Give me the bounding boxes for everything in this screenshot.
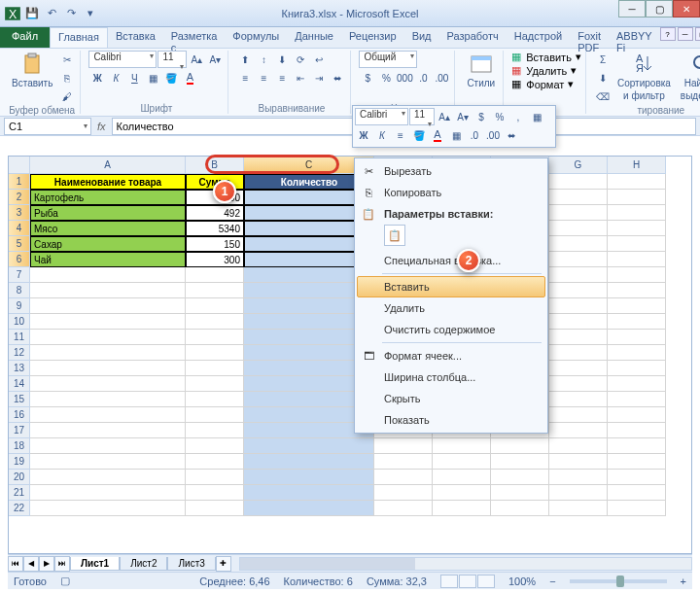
copy-icon[interactable]: ⎘ — [58, 69, 76, 87]
cell-A4[interactable]: Мясо — [30, 221, 186, 236]
cell-G11[interactable] — [549, 330, 608, 345]
cm-insert[interactable]: Вставить — [357, 276, 545, 297]
cell-F19[interactable] — [491, 454, 549, 470]
cell-G15[interactable] — [549, 392, 608, 407]
new-sheet-icon[interactable]: ✚ — [216, 556, 231, 572]
mt-fontcolor-icon[interactable]: A — [429, 126, 446, 144]
redo-icon[interactable]: ↷ — [62, 5, 80, 22]
cell-H4[interactable] — [608, 221, 666, 236]
row-header-1[interactable]: 1 — [9, 174, 30, 190]
zoom-percent[interactable]: 100% — [508, 576, 536, 587]
grow-font-icon[interactable]: A▴ — [188, 51, 205, 68]
cell-F22[interactable] — [491, 501, 549, 516]
merge-icon[interactable]: ⬌ — [329, 69, 346, 87]
orientation-icon[interactable]: ⟳ — [292, 51, 309, 68]
row-header-22[interactable]: 22 — [9, 501, 30, 516]
sheet-nav-next[interactable]: ▶ — [39, 556, 54, 572]
cell-G18[interactable] — [549, 438, 608, 454]
cell-C19[interactable] — [244, 454, 374, 470]
cell-H17[interactable] — [608, 423, 666, 438]
view-layout-icon[interactable] — [459, 575, 476, 588]
cell-F20[interactable] — [491, 470, 549, 485]
mt-font-combo[interactable]: Calibri — [355, 108, 408, 125]
cell-A10[interactable] — [30, 314, 186, 330]
cm-show[interactable]: Показать — [357, 409, 545, 431]
cell-G2[interactable] — [549, 190, 608, 205]
row-header-15[interactable]: 15 — [9, 392, 30, 407]
cell-G20[interactable] — [549, 470, 608, 485]
cell-H14[interactable] — [608, 376, 666, 392]
cm-cut[interactable]: ✂ Вырезать — [357, 160, 545, 182]
mt-italic[interactable]: К — [373, 126, 391, 144]
cell-A6[interactable]: Чай — [30, 252, 186, 267]
align-right-icon[interactable]: ≡ — [273, 69, 291, 87]
paste-opt-default[interactable]: 📋 — [384, 225, 405, 246]
comma-icon[interactable]: 000 — [396, 69, 413, 87]
name-box[interactable]: C1 — [4, 118, 91, 135]
autosum-icon[interactable]: Σ — [594, 51, 612, 68]
cell-G17[interactable] — [549, 423, 608, 438]
cell-A2[interactable]: Картофель — [30, 190, 186, 205]
hscroll-thumb[interactable] — [240, 558, 415, 570]
qat-dropdown-icon[interactable]: ▾ — [82, 5, 99, 22]
cell-G6[interactable] — [549, 252, 608, 267]
cell-B7[interactable] — [186, 267, 244, 283]
cell-G16[interactable] — [549, 407, 608, 423]
cell-A11[interactable] — [30, 330, 186, 345]
cm-hide[interactable]: Скрыть — [357, 388, 545, 409]
mt-currency-icon[interactable]: $ — [472, 108, 490, 125]
cell-G3[interactable] — [549, 205, 608, 221]
row-header-16[interactable]: 16 — [9, 407, 30, 423]
cell-C22[interactable] — [244, 501, 374, 516]
cell-B3[interactable]: 492 — [186, 205, 244, 221]
cell-A14[interactable] — [30, 376, 186, 392]
sheet-tab-2[interactable]: Лист2 — [120, 557, 167, 571]
align-middle-icon[interactable]: ↕ — [255, 51, 272, 68]
cell-B8[interactable] — [186, 283, 244, 298]
dec-decimal-icon[interactable]: .00 — [433, 69, 450, 87]
cell-A3[interactable]: Рыба — [30, 205, 186, 221]
row-header-12[interactable]: 12 — [9, 345, 30, 361]
cells-delete-button[interactable]: ▦ Удалить ▾ — [511, 64, 577, 77]
minimize-button[interactable]: ─ — [618, 0, 646, 17]
row-header-13[interactable]: 13 — [9, 361, 30, 376]
cell-A21[interactable] — [30, 485, 186, 501]
cm-format-cells[interactable]: 🗔 Формат ячеек... — [357, 345, 545, 366]
row-header-2[interactable]: 2 — [9, 190, 30, 205]
align-top-icon[interactable]: ⬆ — [236, 51, 254, 68]
cell-G21[interactable] — [549, 485, 608, 501]
zoom-slider[interactable] — [570, 579, 667, 583]
sort-button[interactable]: AЯ Сортировка и фильтр — [613, 51, 675, 103]
cell-A13[interactable] — [30, 361, 186, 376]
cell-H2[interactable] — [608, 190, 666, 205]
row-header-3[interactable]: 3 — [9, 205, 30, 221]
cell-E19[interactable] — [433, 454, 491, 470]
cell-H5[interactable] — [608, 236, 666, 252]
cell-A15[interactable] — [30, 392, 186, 407]
cell-E20[interactable] — [433, 470, 491, 485]
cell-H20[interactable] — [608, 470, 666, 485]
cell-B13[interactable] — [186, 361, 244, 376]
cell-A9[interactable] — [30, 298, 186, 314]
cell-D19[interactable] — [374, 454, 433, 470]
tab-addins[interactable]: Надстрой — [507, 27, 570, 48]
cell-E21[interactable] — [433, 485, 491, 501]
view-break-icon[interactable] — [477, 575, 495, 588]
cell-A22[interactable] — [30, 501, 186, 516]
zoom-in-icon[interactable]: + — [681, 576, 686, 587]
cell-A19[interactable] — [30, 454, 186, 470]
number-format-combo[interactable]: Общий — [359, 51, 417, 68]
cm-delete[interactable]: Удалить — [357, 297, 545, 319]
row-header-17[interactable]: 17 — [9, 423, 30, 438]
cell-C18[interactable] — [244, 438, 374, 454]
border-icon[interactable]: ▦ — [144, 69, 161, 87]
row-header-5[interactable]: 5 — [9, 236, 30, 252]
cell-D21[interactable] — [374, 485, 433, 501]
cell-F21[interactable] — [491, 485, 549, 501]
cell-G14[interactable] — [549, 376, 608, 392]
fill-icon[interactable]: ⬇ — [594, 69, 612, 87]
italic-button[interactable]: К — [107, 69, 124, 87]
cell-F18[interactable] — [491, 438, 549, 454]
bold-button[interactable]: Ж — [88, 69, 106, 87]
mt-comma-icon[interactable]: , — [509, 108, 527, 125]
